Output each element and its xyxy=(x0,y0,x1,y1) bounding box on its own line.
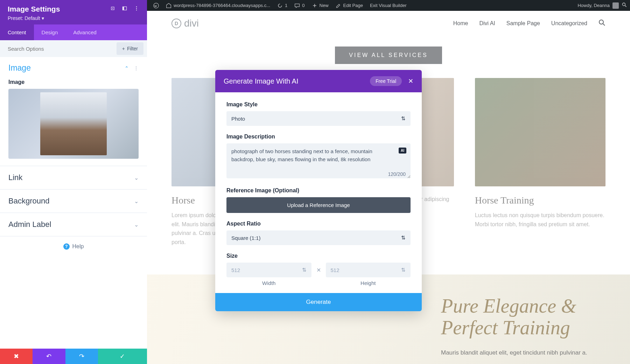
more-icon[interactable] xyxy=(134,6,139,13)
image-style-label: Image Style xyxy=(226,101,411,108)
expand-icon[interactable] xyxy=(110,6,115,13)
svg-point-7 xyxy=(136,8,137,9)
svg-point-6 xyxy=(136,6,137,7)
image-preview[interactable] xyxy=(8,89,139,159)
save-button[interactable]: ✓ xyxy=(98,349,147,364)
tab-content[interactable]: Content xyxy=(0,24,34,40)
chevron-down-icon: ⌄ xyxy=(134,198,139,205)
wp-logo[interactable] xyxy=(150,0,162,11)
chevron-up-icon: ⌃ xyxy=(125,65,129,71)
chevron-down-icon: ⌄ xyxy=(134,221,139,228)
image-desc-textarea[interactable] xyxy=(226,143,411,178)
filter-button[interactable]: +Filter xyxy=(117,42,144,55)
more-icon[interactable]: ⋮ xyxy=(134,65,139,71)
image-style-select[interactable]: Photo ⇅ xyxy=(226,111,411,126)
hero-title: Pure Elegance & Perfect Training xyxy=(441,295,588,338)
section-background[interactable]: Background ⌄ xyxy=(0,190,147,213)
sidebar-header: Image Settings Preset: Default ▾ xyxy=(0,0,147,24)
wp-admin-bar: wordpress-784896-3766464.cloudwaysapps.c… xyxy=(147,0,630,11)
hero-subtitle: Mauris blandit aliquet elit, eget tincid… xyxy=(441,349,588,356)
settings-sidebar: Image Settings Preset: Default ▾ Content… xyxy=(0,0,147,364)
sidebar-title: Image Settings xyxy=(8,5,60,13)
redo-button[interactable]: ↷ xyxy=(65,349,98,364)
close-icon[interactable]: ✕ xyxy=(408,77,413,85)
avatar[interactable] xyxy=(612,2,619,9)
width-input[interactable]: 512⇅ xyxy=(226,263,312,277)
select-caret-icon: ⇅ xyxy=(401,235,406,241)
cancel-button[interactable]: ✖ xyxy=(0,349,33,364)
site-header: D divi Home Divi AI Sample Page Uncatego… xyxy=(147,11,630,36)
comments[interactable]: 0 xyxy=(291,0,308,11)
section-link[interactable]: Link ⌄ xyxy=(0,166,147,189)
card-image[interactable] xyxy=(475,78,606,186)
size-label: Size xyxy=(226,253,411,259)
height-label: Height xyxy=(326,280,411,286)
edit-page[interactable]: Edit Page xyxy=(332,0,366,11)
aspect-ratio-select[interactable]: Square (1:1) ⇅ xyxy=(226,230,411,245)
ai-badge[interactable]: AI xyxy=(399,148,406,154)
primary-nav: Home Divi AI Sample Page Uncategorized xyxy=(453,19,606,28)
section-admin-label[interactable]: Admin Label ⌄ xyxy=(0,213,147,236)
image-field-label: Image xyxy=(8,79,139,85)
nav-uncategorized[interactable]: Uncategorized xyxy=(551,20,587,27)
sidebar-footer: ✖ ↶ ↷ ✓ xyxy=(0,349,147,364)
svg-rect-5 xyxy=(122,7,124,10)
view-services-button[interactable]: VIEW ALL SERVICES xyxy=(335,47,442,64)
updates[interactable]: 1 xyxy=(274,0,291,11)
svg-point-1 xyxy=(622,3,625,6)
site-logo[interactable]: D divi xyxy=(172,18,199,29)
preset-selector[interactable]: Preset: Default ▾ xyxy=(8,15,139,21)
card-text: Luctus lectus non quisque turpis bibendu… xyxy=(475,211,606,229)
stepper-icon: ⇅ xyxy=(302,267,307,273)
select-caret-icon: ⇅ xyxy=(401,115,406,122)
width-label: Width xyxy=(226,280,312,286)
modal-header: Generate Image With AI Free Trial ✕ xyxy=(215,70,422,92)
site-name[interactable]: wordpress-784896-3766464.cloudwaysapps.c… xyxy=(162,0,274,11)
tab-advanced[interactable]: Advanced xyxy=(65,24,104,40)
height-input[interactable]: 512⇅ xyxy=(326,263,411,277)
upload-reference-button[interactable]: Upload a Reference Image xyxy=(226,197,411,213)
section-image[interactable]: Image ⌃ ⋮ xyxy=(0,57,147,79)
chevron-down-icon: ▾ xyxy=(42,15,44,21)
free-trial-badge[interactable]: Free Trial xyxy=(370,76,402,86)
nav-home[interactable]: Home xyxy=(453,20,468,27)
chevron-down-icon: ⌄ xyxy=(134,174,139,181)
dock-icon[interactable] xyxy=(122,6,127,13)
nav-divi-ai[interactable]: Divi AI xyxy=(479,20,495,27)
new-content[interactable]: New xyxy=(308,0,332,11)
aspect-ratio-label: Aspect Ratio xyxy=(226,221,411,227)
stepper-icon: ⇅ xyxy=(401,267,406,273)
sidebar-tabs: Content Design Advanced xyxy=(0,24,147,40)
exit-visual-builder[interactable]: Exit Visual Builder xyxy=(366,0,410,11)
search-icon[interactable] xyxy=(622,2,627,9)
char-count: 120/200 xyxy=(388,171,406,177)
svg-point-8 xyxy=(136,10,137,10)
undo-button[interactable]: ↶ xyxy=(33,349,65,364)
nav-sample-page[interactable]: Sample Page xyxy=(506,20,540,27)
tab-design[interactable]: Design xyxy=(34,24,66,40)
generate-image-modal: Generate Image With AI Free Trial ✕ Imag… xyxy=(215,70,422,311)
generate-button[interactable]: Generate xyxy=(215,293,422,311)
search-icon[interactable] xyxy=(598,19,606,28)
help-link[interactable]: ? Help xyxy=(0,236,147,257)
card-title: Horse Training xyxy=(475,195,606,206)
card-3: Horse Training Luctus lectus non quisque… xyxy=(475,78,606,247)
howdy-user[interactable]: Howdy, Deanna xyxy=(578,3,610,8)
svg-point-9 xyxy=(599,20,603,24)
svg-point-3 xyxy=(112,8,113,9)
help-icon: ? xyxy=(63,243,70,250)
search-input[interactable] xyxy=(0,42,113,56)
image-desc-label: Image Description xyxy=(226,134,411,140)
times-icon: ✕ xyxy=(316,263,321,273)
ref-image-label: Reference Image (Optional) xyxy=(226,187,411,194)
modal-title: Generate Image With AI xyxy=(224,77,298,85)
